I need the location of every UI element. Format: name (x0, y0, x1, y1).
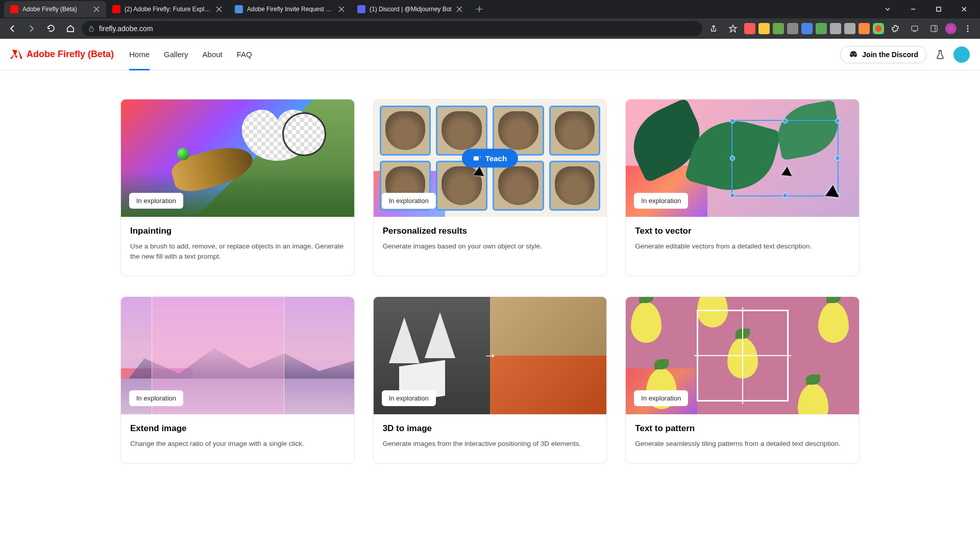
extensions-icon[interactable] (887, 20, 903, 37)
close-window-button[interactable] (952, 1, 976, 17)
card-inpainting[interactable]: In exploration Inpainting Use a brush to… (120, 99, 355, 276)
card-title: Inpainting (130, 226, 345, 236)
svg-rect-2 (912, 26, 918, 31)
card-title: Text to pattern (635, 423, 850, 434)
tab-discord[interactable]: (1) Discord | @Midjourney Bot (351, 1, 469, 17)
discord-label: Join the Discord (862, 51, 918, 59)
share-icon[interactable] (705, 20, 722, 37)
svg-rect-3 (931, 26, 937, 32)
arrow-right-icon: → (483, 347, 497, 364)
extension-icon[interactable] (787, 23, 798, 34)
extension-icon[interactable] (844, 23, 855, 34)
tab-firefly[interactable]: Adobe Firefly (Beta) (4, 1, 106, 17)
teach-icon (473, 155, 481, 162)
svg-point-4 (967, 26, 969, 27)
teach-button: Teach (462, 149, 518, 168)
svg-point-6 (967, 31, 969, 32)
card-text-to-pattern[interactable]: In exploration Text to pattern Generate … (625, 296, 860, 464)
card-image: In exploration (121, 99, 354, 217)
card-body: 3D to image Generate images from the int… (374, 414, 607, 463)
card-description: Generate images from the interactive pos… (383, 439, 598, 449)
status-badge: In exploration (634, 193, 688, 209)
user-avatar[interactable] (953, 46, 970, 63)
back-button[interactable] (4, 20, 20, 37)
extension-icon[interactable] (859, 23, 870, 34)
features-grid: In exploration Inpainting Use a brush to… (120, 99, 860, 464)
extension-icon[interactable] (873, 23, 884, 34)
card-title: Extend image (130, 423, 345, 434)
card-image: In exploration (626, 297, 859, 414)
card-personalized[interactable]: Teach In exploration Personalized result… (373, 99, 607, 276)
nav-about[interactable]: About (203, 39, 223, 70)
profile-avatar[interactable] (945, 23, 957, 34)
card-body: Personalized results Generate images bas… (374, 217, 607, 266)
nav-gallery[interactable]: Gallery (164, 39, 188, 70)
tab-title: (1) Discord | @Midjourney Bot (370, 6, 452, 13)
flask-icon[interactable] (935, 49, 945, 60)
forward-button[interactable] (23, 20, 40, 37)
reload-button[interactable] (43, 20, 59, 37)
brand-name: Adobe Firefly (Beta) (27, 49, 114, 60)
extension-icon[interactable] (773, 23, 784, 34)
card-title: Personalized results (383, 226, 598, 236)
address-bar[interactable]: firefly.adobe.com (82, 21, 702, 36)
extension-icons (705, 20, 976, 37)
lock-icon (88, 25, 95, 32)
menu-icon[interactable] (960, 20, 976, 37)
card-description: Use a brush to add, remove, or replace o… (130, 241, 345, 261)
svg-point-5 (967, 28, 969, 30)
close-icon[interactable] (215, 6, 223, 13)
new-tab-button[interactable] (472, 2, 486, 16)
svg-rect-0 (937, 7, 941, 11)
nav-home[interactable]: Home (129, 39, 150, 70)
tab-strip: Adobe Firefly (Beta) (2) Adobe Firefly: … (0, 0, 980, 18)
card-title: 3D to image (383, 423, 598, 434)
minimize-button[interactable] (901, 1, 925, 17)
favicon (10, 5, 18, 13)
extension-icon[interactable] (830, 23, 841, 34)
card-body: Text to vector Generate editable vectors… (626, 217, 859, 266)
extension-icon[interactable] (744, 23, 755, 34)
card-image: Teach In exploration (374, 99, 607, 217)
card-image: In exploration (626, 99, 859, 217)
card-body: Extend image Change the aspect ratio of … (121, 414, 354, 463)
tab-title: Adobe Firefly (Beta) (22, 6, 89, 13)
home-button[interactable] (62, 20, 79, 37)
maximize-button[interactable] (927, 1, 950, 17)
url-text: firefly.adobe.com (99, 24, 153, 33)
side-panel-icon[interactable] (926, 20, 942, 37)
star-icon[interactable] (725, 20, 741, 37)
close-icon[interactable] (93, 6, 100, 13)
brand-logo[interactable]: Adobe Firefly (Beta) (10, 48, 114, 61)
extension-icon[interactable] (758, 23, 770, 34)
close-icon[interactable] (338, 6, 345, 13)
join-discord-button[interactable]: Join the Discord (840, 46, 927, 63)
tab-youtube[interactable]: (2) Adobe Firefly: Future Explorat (106, 1, 229, 17)
status-badge: In exploration (129, 193, 183, 209)
tab-title: (2) Adobe Firefly: Future Explorat (125, 6, 211, 13)
browser-toolbar: firefly.adobe.com (0, 18, 980, 39)
tab-invite-form[interactable]: Adobe Firefly Invite Request Form (229, 1, 351, 17)
card-text-to-vector[interactable]: In exploration Text to vector Generate e… (625, 99, 860, 276)
card-extend-image[interactable]: In exploration Extend image Change the a… (120, 296, 355, 464)
card-image: In exploration (121, 297, 354, 414)
browser-chrome: Adobe Firefly (Beta) (2) Adobe Firefly: … (0, 0, 980, 39)
window-controls (876, 1, 976, 17)
discord-icon (849, 51, 858, 58)
extension-icon[interactable] (801, 23, 813, 34)
card-title: Text to vector (635, 226, 850, 236)
card-body: Text to pattern Generate seamlessly tili… (626, 414, 859, 463)
chevron-down-icon[interactable] (876, 1, 899, 17)
favicon (357, 5, 365, 13)
svg-rect-1 (89, 28, 93, 31)
extension-icon[interactable] (816, 23, 827, 34)
adobe-logo-icon (10, 48, 22, 61)
header-right: Join the Discord (840, 46, 970, 63)
card-image: → In exploration (374, 297, 607, 414)
close-icon[interactable] (456, 6, 463, 13)
nav-faq[interactable]: FAQ (237, 39, 252, 70)
pattern-frame (697, 310, 789, 402)
tab-title: Adobe Firefly Invite Request Form (247, 6, 334, 13)
cast-icon[interactable] (906, 20, 923, 37)
card-3d-to-image[interactable]: → In exploration 3D to image Generate im… (373, 296, 607, 464)
